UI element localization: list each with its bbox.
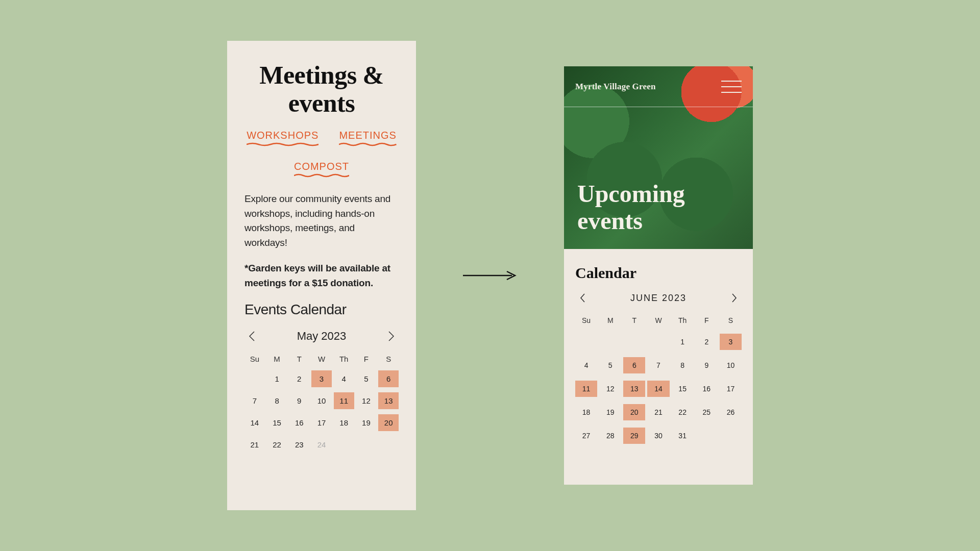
calendar-day[interactable]: 3 [311,370,332,387]
calendar-dow: F [356,353,377,365]
calendar-day[interactable]: 22 [672,404,694,420]
calendar-day[interactable]: 21 [244,436,265,453]
calendar-day[interactable]: 16 [289,414,309,431]
calendar-day[interactable]: 12 [599,381,621,397]
calendar-day[interactable]: 18 [575,404,597,420]
intro-text: Explore our community events and worksho… [244,192,399,250]
calendar-day[interactable]: 15 [672,381,694,397]
calendar-day[interactable]: 13 [378,392,399,409]
tab-meetings[interactable]: MEETINGS [339,130,396,146]
tab-label: WORKSHOPS [247,130,318,141]
calendar-day[interactable]: 5 [599,357,621,373]
hamburger-icon [721,81,742,82]
calendar-day[interactable]: 9 [696,357,718,373]
calendar-day[interactable]: 19 [599,404,621,420]
calendar-month-label: JUNE 2023 [630,293,687,304]
calendar-dow: S [378,353,399,365]
calendar-day[interactable]: 26 [720,404,742,420]
calendar-dow: M [599,314,621,327]
calendar-day[interactable]: 20 [623,404,645,420]
tab-label: COMPOST [294,161,349,172]
calendar-day[interactable]: 4 [575,357,597,373]
calendar-dow: Su [244,353,265,365]
calendar-day[interactable]: 8 [672,357,694,373]
calendar-dow: T [289,353,309,365]
calendar-title: Calendar [575,264,742,282]
prev-month-button[interactable] [575,291,590,305]
mobile-mockup-left: Meetings & events WORKSHOPS MEETINGS COM… [227,41,416,510]
calendar-dow: S [720,314,742,327]
calendar-day[interactable]: 17 [720,381,742,397]
calendar-day[interactable]: 22 [267,436,287,453]
calendar-day[interactable]: 2 [289,370,309,387]
calendar-day[interactable]: 30 [647,428,669,444]
calendar-day[interactable]: 19 [356,414,377,431]
mobile-mockup-right: Myrtle Village Green Upcoming events Cal… [564,66,753,485]
category-tabs: WORKSHOPS MEETINGS COMPOST [244,130,399,178]
calendar-day[interactable]: 9 [289,392,309,409]
calendar-day[interactable]: 15 [267,414,287,431]
hero-title: Upcoming events [577,180,740,235]
calendar-dow: T [623,314,645,327]
calendar-day[interactable]: 6 [623,357,645,373]
calendar-day[interactable]: 2 [696,334,718,350]
tab-workshops[interactable]: WORKSHOPS [247,130,318,146]
top-bar: Myrtle Village Green [564,66,753,107]
menu-button[interactable] [721,81,742,93]
calendar-day[interactable]: 28 [599,428,621,444]
calendar-day[interactable]: 29 [623,428,645,444]
calendar-day[interactable]: 25 [696,404,718,420]
calendar-grid: SuMTWThFS1234567891011121314151617181920… [575,314,742,444]
chevron-right-icon [388,331,395,342]
calendar-dow: Th [672,314,694,327]
calendar-day[interactable]: 7 [647,357,669,373]
calendar-heading: Events Calendar [244,302,399,318]
next-month-button[interactable] [727,291,742,305]
next-month-button[interactable] [384,329,399,343]
calendar-day[interactable]: 14 [647,381,669,397]
tab-label: MEETINGS [339,130,396,141]
calendar-day[interactable]: 12 [356,392,377,409]
calendar-day[interactable]: 1 [672,334,694,350]
calendar-day[interactable]: 6 [378,370,399,387]
calendar-day[interactable]: 27 [575,428,597,444]
calendar-day[interactable]: 11 [575,381,597,397]
calendar-day[interactable]: 16 [696,381,718,397]
calendar-day[interactable]: 10 [311,392,332,409]
hero-image: Myrtle Village Green Upcoming events [564,66,753,249]
calendar-day[interactable]: 23 [289,436,309,453]
calendar-day[interactable]: 3 [720,334,742,350]
note-text: *Garden keys will be available at meetin… [244,261,399,290]
calendar-header: May 2023 [244,329,399,343]
calendar-day[interactable]: 17 [311,414,332,431]
calendar-month-label: May 2023 [297,330,347,343]
calendar-dow: F [696,314,718,327]
calendar-day[interactable]: 14 [244,414,265,431]
calendar-day[interactable]: 18 [334,414,354,431]
calendar-header: JUNE 2023 [575,291,742,305]
chevron-left-icon [248,331,255,342]
calendar-day[interactable]: 4 [334,370,354,387]
calendar-day[interactable]: 7 [244,392,265,409]
calendar-day[interactable]: 31 [672,428,694,444]
brand-logo[interactable]: Myrtle Village Green [575,82,656,92]
calendar-day[interactable]: 21 [647,404,669,420]
calendar-day[interactable]: 10 [720,357,742,373]
tab-compost[interactable]: COMPOST [294,161,349,178]
chevron-left-icon [579,292,586,304]
calendar-day[interactable]: 20 [378,414,399,431]
chevron-right-icon [731,292,738,304]
prev-month-button[interactable] [244,329,259,343]
calendar-day[interactable]: 11 [334,392,354,409]
calendar-dow: M [267,353,287,365]
arrow-icon [462,270,518,281]
calendar-grid: SuMTWThFS1234567891011121314151617181920… [244,353,399,453]
calendar-day[interactable]: 13 [623,381,645,397]
calendar-dow: W [647,314,669,327]
calendar-day[interactable]: 1 [267,370,287,387]
page-title: Meetings & events [244,61,399,117]
calendar-dow: Th [334,353,354,365]
calendar-day[interactable]: 8 [267,392,287,409]
calendar-day[interactable]: 24 [311,436,332,453]
calendar-day[interactable]: 5 [356,370,377,387]
